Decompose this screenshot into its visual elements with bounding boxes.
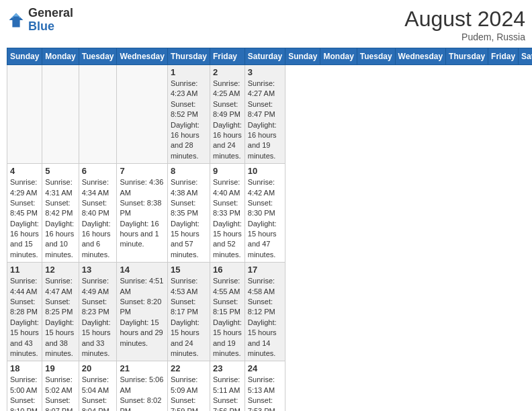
calendar-cell: 12Sunrise: 4:47 AM Sunset: 8:25 PM Dayli…	[42, 263, 79, 361]
day-info: Sunrise: 5:02 AM Sunset: 8:07 PM Dayligh…	[45, 375, 75, 411]
col-header-saturday: Saturday	[519, 48, 532, 65]
calendar-cell: 16Sunrise: 4:55 AM Sunset: 8:15 PM Dayli…	[210, 263, 245, 361]
day-info: Sunrise: 5:04 AM Sunset: 8:04 PM Dayligh…	[82, 375, 114, 411]
logo-icon	[7, 11, 26, 30]
col-header-monday: Monday	[42, 48, 79, 65]
calendar-cell: 17Sunrise: 4:58 AM Sunset: 8:12 PM Dayli…	[245, 263, 285, 361]
calendar-cell: 19Sunrise: 5:02 AM Sunset: 8:07 PM Dayli…	[42, 361, 79, 411]
day-number: 14	[120, 265, 164, 275]
day-number: 21	[120, 363, 164, 373]
day-info: Sunrise: 4:25 AM Sunset: 8:49 PM Dayligh…	[213, 79, 242, 161]
day-number: 20	[82, 363, 114, 373]
day-info: Sunrise: 4:42 AM Sunset: 8:30 PM Dayligh…	[248, 177, 282, 260]
calendar-cell: 22Sunrise: 5:09 AM Sunset: 7:59 PM Dayli…	[167, 361, 210, 411]
day-number: 8	[171, 166, 207, 176]
day-info: Sunrise: 4:34 AM Sunset: 8:40 PM Dayligh…	[82, 177, 114, 260]
day-info: Sunrise: 4:58 AM Sunset: 8:12 PM Dayligh…	[248, 276, 282, 359]
day-number: 3	[248, 67, 282, 77]
calendar-cell	[7, 65, 42, 164]
day-number: 19	[45, 363, 75, 373]
day-number: 10	[248, 166, 282, 176]
day-number: 17	[248, 265, 282, 275]
day-info: Sunrise: 4:27 AM Sunset: 8:47 PM Dayligh…	[248, 79, 282, 161]
calendar-cell: 18Sunrise: 5:00 AM Sunset: 8:10 PM Dayli…	[7, 361, 42, 411]
calendar-cell: 6Sunrise: 4:34 AM Sunset: 8:40 PM Daylig…	[79, 164, 117, 263]
day-number: 16	[213, 265, 242, 275]
day-info: Sunrise: 4:47 AM Sunset: 8:25 PM Dayligh…	[45, 276, 75, 359]
day-number: 5	[45, 166, 75, 176]
col-header-thursday: Thursday	[446, 48, 488, 65]
logo: General Blue	[7, 7, 73, 34]
month-title: August 2024	[404, 7, 525, 32]
col-header-thursday: Thursday	[167, 48, 210, 65]
day-number: 1	[171, 67, 207, 77]
col-header-sunday: Sunday	[285, 48, 320, 65]
day-info: Sunrise: 4:40 AM Sunset: 8:33 PM Dayligh…	[213, 177, 242, 260]
calendar-table: SundayMondayTuesdayWednesdayThursdayFrid…	[7, 48, 532, 411]
day-info: Sunrise: 4:29 AM Sunset: 8:45 PM Dayligh…	[10, 177, 39, 260]
day-info: Sunrise: 5:11 AM Sunset: 7:56 PM Dayligh…	[213, 375, 242, 411]
location: Pudem, Russia	[404, 32, 525, 42]
header-row: SundayMondayTuesdayWednesdayThursdayFrid…	[7, 48, 533, 65]
day-info: Sunrise: 4:49 AM Sunset: 8:23 PM Dayligh…	[82, 276, 114, 359]
calendar-cell: 2Sunrise: 4:25 AM Sunset: 8:49 PM Daylig…	[210, 65, 245, 164]
col-header-tuesday: Tuesday	[79, 48, 117, 65]
week-row-2: 4Sunrise: 4:29 AM Sunset: 8:45 PM Daylig…	[7, 164, 533, 263]
calendar-cell: 11Sunrise: 4:44 AM Sunset: 8:28 PM Dayli…	[7, 263, 42, 361]
calendar-cell	[42, 65, 79, 164]
calendar-cell: 15Sunrise: 4:53 AM Sunset: 8:17 PM Dayli…	[167, 263, 210, 361]
calendar-cell: 13Sunrise: 4:49 AM Sunset: 8:23 PM Dayli…	[79, 263, 117, 361]
col-header-friday: Friday	[488, 48, 519, 65]
day-number: 22	[171, 363, 207, 373]
day-number: 2	[213, 67, 242, 77]
day-number: 13	[82, 265, 114, 275]
calendar-cell: 4Sunrise: 4:29 AM Sunset: 8:45 PM Daylig…	[7, 164, 42, 263]
col-header-wednesday: Wednesday	[117, 48, 167, 65]
logo-general: General	[28, 6, 73, 19]
day-info: Sunrise: 4:55 AM Sunset: 8:15 PM Dayligh…	[213, 276, 242, 359]
logo-text: General Blue	[28, 7, 73, 34]
week-row-4: 18Sunrise: 5:00 AM Sunset: 8:10 PM Dayli…	[7, 361, 533, 411]
day-info: Sunrise: 4:51 AM Sunset: 8:20 PM Dayligh…	[120, 276, 164, 349]
day-number: 7	[120, 166, 164, 176]
calendar-cell: 20Sunrise: 5:04 AM Sunset: 8:04 PM Dayli…	[79, 361, 117, 411]
col-header-wednesday: Wednesday	[395, 48, 445, 65]
day-number: 23	[213, 363, 242, 373]
calendar-cell: 9Sunrise: 4:40 AM Sunset: 8:33 PM Daylig…	[210, 164, 245, 263]
day-info: Sunrise: 5:13 AM Sunset: 7:53 PM Dayligh…	[248, 375, 282, 411]
col-header-monday: Monday	[320, 48, 357, 65]
title-block: August 2024 Pudem, Russia	[404, 7, 525, 42]
calendar-cell: 10Sunrise: 4:42 AM Sunset: 8:30 PM Dayli…	[245, 164, 285, 263]
day-info: Sunrise: 4:44 AM Sunset: 8:28 PM Dayligh…	[10, 276, 39, 359]
day-number: 24	[248, 363, 282, 373]
day-info: Sunrise: 5:09 AM Sunset: 7:59 PM Dayligh…	[171, 375, 207, 411]
calendar-cell	[79, 65, 117, 164]
logo-blue: Blue	[28, 19, 54, 33]
day-number: 9	[213, 166, 242, 176]
col-header-tuesday: Tuesday	[357, 48, 395, 65]
calendar-cell: 1Sunrise: 4:23 AM Sunset: 8:52 PM Daylig…	[167, 65, 210, 164]
calendar-cell: 21Sunrise: 5:06 AM Sunset: 8:02 PM Dayli…	[117, 361, 167, 411]
page-header: General Blue August 2024 Pudem, Russia	[7, 7, 525, 42]
day-info: Sunrise: 5:00 AM Sunset: 8:10 PM Dayligh…	[10, 375, 39, 411]
calendar-cell: 24Sunrise: 5:13 AM Sunset: 7:53 PM Dayli…	[245, 361, 285, 411]
day-number: 4	[10, 166, 39, 176]
day-info: Sunrise: 4:38 AM Sunset: 8:35 PM Dayligh…	[171, 177, 207, 260]
calendar-cell: 14Sunrise: 4:51 AM Sunset: 8:20 PM Dayli…	[117, 263, 167, 361]
day-number: 11	[10, 265, 39, 275]
calendar-cell: 5Sunrise: 4:31 AM Sunset: 8:42 PM Daylig…	[42, 164, 79, 263]
week-row-3: 11Sunrise: 4:44 AM Sunset: 8:28 PM Dayli…	[7, 263, 533, 361]
col-header-friday: Friday	[210, 48, 245, 65]
day-info: Sunrise: 4:36 AM Sunset: 8:38 PM Dayligh…	[120, 177, 164, 250]
calendar-cell: 7Sunrise: 4:36 AM Sunset: 8:38 PM Daylig…	[117, 164, 167, 263]
day-number: 6	[82, 166, 114, 176]
day-info: Sunrise: 5:06 AM Sunset: 8:02 PM Dayligh…	[120, 375, 164, 411]
col-header-saturday: Saturday	[245, 48, 285, 65]
calendar-cell: 8Sunrise: 4:38 AM Sunset: 8:35 PM Daylig…	[167, 164, 210, 263]
col-header-sunday: Sunday	[7, 48, 42, 65]
calendar-cell	[117, 65, 167, 164]
day-info: Sunrise: 4:31 AM Sunset: 8:42 PM Dayligh…	[45, 177, 75, 260]
week-row-1: 1Sunrise: 4:23 AM Sunset: 8:52 PM Daylig…	[7, 65, 533, 164]
day-info: Sunrise: 4:23 AM Sunset: 8:52 PM Dayligh…	[171, 79, 207, 161]
calendar-cell: 23Sunrise: 5:11 AM Sunset: 7:56 PM Dayli…	[210, 361, 245, 411]
